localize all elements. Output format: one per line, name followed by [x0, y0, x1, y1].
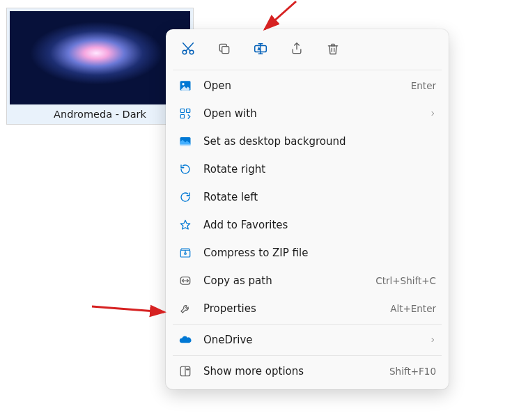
- copy-path-icon: [178, 274, 192, 288]
- svg-rect-15: [186, 368, 189, 370]
- svg-point-5: [182, 83, 184, 85]
- rotate-right-icon: [178, 162, 192, 176]
- rename-button[interactable]: [251, 40, 270, 60]
- separator: [173, 324, 442, 325]
- svg-rect-8: [180, 115, 184, 118]
- file-name: Andromeda - Dark: [10, 104, 190, 123]
- menu-shortcut: Enter: [411, 80, 436, 91]
- chevron-right-icon: [429, 334, 436, 345]
- menu-add-favorites[interactable]: Add to Favorites: [170, 211, 444, 239]
- menu-properties[interactable]: Properties Alt+Enter: [170, 295, 444, 322]
- menu-rotate-left[interactable]: Rotate left: [170, 183, 444, 211]
- menu-onedrive[interactable]: OneDrive: [170, 326, 444, 354]
- svg-rect-12: [185, 253, 186, 254]
- menu-shortcut: Ctrl+Shift+C: [375, 275, 436, 286]
- zip-icon: [178, 246, 192, 260]
- toolbar: [170, 33, 444, 68]
- menu-show-more[interactable]: Show more options Shift+F10: [170, 357, 444, 385]
- menu-label: OneDrive: [203, 334, 429, 346]
- menu-label: Rotate left: [203, 191, 436, 203]
- menu-label: Set as desktop background: [203, 135, 436, 148]
- menu-copy-as-path[interactable]: Copy as path Ctrl+Shift+C: [170, 267, 444, 295]
- svg-rect-2: [222, 47, 229, 54]
- context-menu: Open Enter Open with Set as desktop back…: [166, 29, 449, 389]
- rotate-left-icon: [178, 190, 192, 204]
- menu-label: Show more options: [203, 365, 389, 378]
- share-icon: [290, 42, 304, 59]
- open-with-icon: [178, 107, 192, 120]
- svg-rect-10: [180, 145, 191, 146]
- picture-icon: [178, 79, 192, 93]
- cut-button[interactable]: [178, 40, 198, 60]
- menu-label: Compress to ZIP file: [203, 247, 436, 259]
- trash-icon: [326, 42, 340, 59]
- copy-icon: [217, 42, 231, 59]
- copy-button[interactable]: [215, 40, 234, 60]
- annotation-arrow-left: [89, 300, 173, 320]
- menu-label: Open with: [203, 107, 429, 120]
- separator: [173, 70, 442, 70]
- menu-open-with[interactable]: Open with: [170, 100, 444, 127]
- annotation-arrow-top: [247, 0, 303, 33]
- svg-rect-7: [187, 109, 190, 112]
- rename-icon: [253, 41, 268, 59]
- menu-label: Open: [203, 79, 411, 92]
- menu-label: Rotate right: [203, 163, 436, 176]
- menu-shortcut: Shift+F10: [389, 366, 436, 377]
- svg-rect-6: [180, 109, 184, 112]
- svg-line-17: [92, 306, 164, 312]
- chevron-right-icon: [429, 108, 436, 119]
- star-icon: [178, 218, 192, 232]
- scissors-icon: [180, 41, 196, 59]
- menu-set-background[interactable]: Set as desktop background: [170, 127, 444, 155]
- desktop-background-icon: [178, 134, 192, 148]
- svg-line-16: [265, 1, 296, 29]
- menu-label: Copy as path: [203, 274, 375, 287]
- menu-compress-zip[interactable]: Compress to ZIP file: [170, 239, 444, 267]
- menu-label: Properties: [203, 302, 390, 315]
- menu-shortcut: Alt+Enter: [390, 303, 436, 314]
- onedrive-icon: [178, 333, 192, 347]
- file-thumbnail: [10, 11, 190, 104]
- show-more-icon: [178, 364, 192, 378]
- separator: [173, 355, 442, 356]
- menu-label: Add to Favorites: [203, 219, 436, 231]
- delete-button[interactable]: [323, 40, 343, 60]
- share-button[interactable]: [287, 40, 307, 60]
- wrench-icon: [178, 302, 192, 316]
- menu-rotate-right[interactable]: Rotate right: [170, 155, 444, 183]
- menu-open[interactable]: Open Enter: [170, 72, 444, 100]
